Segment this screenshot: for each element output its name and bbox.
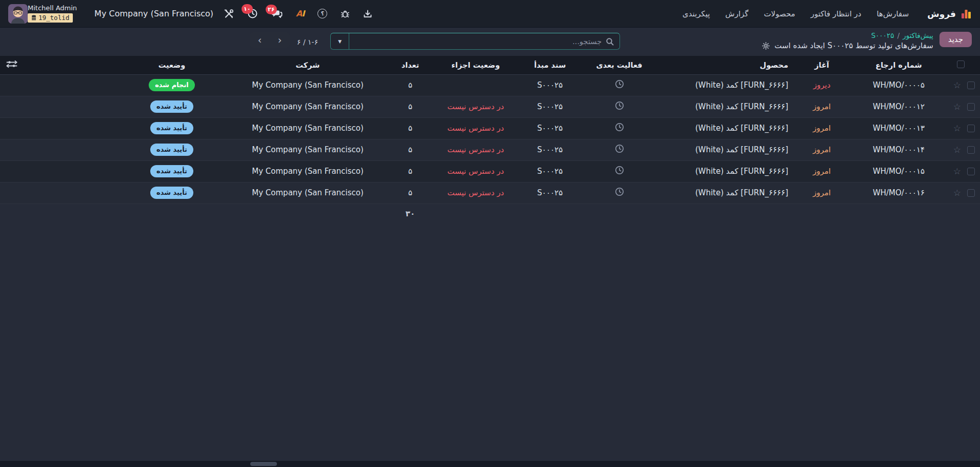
menu-to-invoice[interactable]: در انتظار فاکتور	[811, 9, 862, 18]
source-document-cell[interactable]: S۰۰۰۲۵	[510, 139, 590, 160]
tools-icon[interactable]	[224, 9, 234, 19]
activity-clock-icon[interactable]	[615, 101, 624, 110]
reference-cell[interactable]: WH/MO/۰۰۰۱۳	[851, 117, 946, 139]
menu-products[interactable]: محصولات	[764, 9, 795, 18]
start-date-cell[interactable]: امروز	[792, 139, 851, 160]
start-date-cell[interactable]: دیروز	[792, 74, 851, 96]
quantity-cell[interactable]: ۵	[379, 117, 441, 139]
components-status-cell[interactable]: در دسترس نیست	[441, 96, 510, 117]
header-next-activity[interactable]: فعالیت بعدی	[590, 56, 649, 74]
source-document-cell[interactable]: S۰۰۰۲۵	[510, 74, 590, 96]
reference-cell[interactable]: WH/MO/۰۰۰۰۵	[851, 74, 946, 96]
product-cell[interactable]: [FURN_۶۶۶۶] کمد (White)	[649, 117, 792, 139]
source-document-cell[interactable]: S۰۰۰۲۵	[510, 160, 590, 182]
pager-next-button[interactable]: ›	[270, 32, 290, 48]
table-row[interactable]: ☆ WH/MO/۰۰۰۱۵ امروز [FURN_۶۶۶۶] کمد (Whi…	[0, 160, 980, 182]
favorite-star-icon[interactable]: ☆	[953, 189, 961, 197]
help-icon[interactable]: ؟	[317, 9, 327, 18]
menu-orders[interactable]: سفارش‌ها	[877, 9, 909, 18]
quantity-cell[interactable]: ۵	[379, 96, 441, 117]
activity-clock-icon[interactable]	[615, 187, 624, 196]
quantity-cell[interactable]: ۵	[379, 182, 441, 204]
optional-columns-icon[interactable]	[6, 60, 17, 68]
activity-clock-icon[interactable]	[615, 79, 624, 89]
header-components-status[interactable]: وضعیت اجزاء	[441, 56, 510, 74]
components-status-cell[interactable]	[441, 74, 510, 96]
product-cell[interactable]: [FURN_۶۶۶۶] کمد (White)	[649, 139, 792, 160]
company-cell[interactable]: My Company (San Francisco)	[236, 74, 379, 96]
header-source-document[interactable]: سند مبدأ	[510, 56, 590, 74]
row-checkbox[interactable]	[967, 146, 975, 154]
company-cell[interactable]: My Company (San Francisco)	[236, 117, 379, 139]
table-row[interactable]: ☆ WH/MO/۰۰۰۰۵ دیروز [FURN_۶۶۶۶] کمد (Whi…	[0, 74, 980, 96]
gear-icon[interactable]	[762, 42, 770, 50]
source-document-cell[interactable]: S۰۰۰۲۵	[510, 96, 590, 117]
favorite-star-icon[interactable]: ☆	[953, 103, 961, 111]
quantity-cell[interactable]: ۵	[379, 74, 441, 96]
header-product[interactable]: محصول	[649, 56, 792, 74]
favorite-star-icon[interactable]: ☆	[953, 167, 961, 176]
user-menu[interactable]: Mitchell Admin 19_tolid	[28, 5, 77, 22]
breadcrumb-parent-link[interactable]: پیش‌فاکتور	[903, 31, 933, 39]
app-switcher[interactable]: فروش	[927, 8, 972, 19]
new-button[interactable]: جدید	[939, 32, 972, 47]
source-document-cell[interactable]: S۰۰۰۲۵	[510, 117, 590, 139]
row-checkbox[interactable]	[967, 82, 975, 89]
table-row[interactable]: ☆ WH/MO/۰۰۰۱۴ امروز [FURN_۶۶۶۶] کمد (Whi…	[0, 139, 980, 160]
select-all-checkbox[interactable]	[957, 60, 965, 68]
row-checkbox[interactable]	[967, 103, 975, 111]
header-status[interactable]: وضعیت	[108, 56, 236, 74]
favorite-star-icon[interactable]: ☆	[953, 124, 961, 133]
components-status-cell[interactable]: در دسترس نیست	[441, 139, 510, 160]
product-cell[interactable]: [FURN_۶۶۶۶] کمد (White)	[649, 74, 792, 96]
ai-icon[interactable]: AI	[296, 9, 304, 18]
menu-configuration[interactable]: پیکربندی	[683, 9, 710, 18]
scrollbar-thumb[interactable]	[250, 462, 277, 466]
reference-cell[interactable]: WH/MO/۰۰۰۱۴	[851, 139, 946, 160]
header-start[interactable]: آغاز	[792, 56, 851, 74]
header-company[interactable]: شرکت	[236, 56, 379, 74]
activity-clock-icon[interactable]	[615, 144, 624, 153]
search-dropdown-toggle[interactable]: ▼	[331, 33, 349, 49]
menu-reporting[interactable]: گزارش	[725, 9, 748, 18]
row-checkbox[interactable]	[967, 125, 975, 132]
favorite-star-icon[interactable]: ☆	[953, 146, 961, 154]
header-quantity[interactable]: تعداد	[379, 56, 441, 74]
horizontal-scrollbar[interactable]	[0, 461, 980, 467]
start-date-cell[interactable]: امروز	[792, 160, 851, 182]
company-cell[interactable]: My Company (San Francisco)	[236, 160, 379, 182]
table-row[interactable]: ☆ WH/MO/۰۰۰۱۲ امروز [FURN_۶۶۶۶] کمد (Whi…	[0, 96, 980, 117]
favorite-star-icon[interactable]: ☆	[953, 81, 961, 90]
components-status-cell[interactable]: در دسترس نیست	[441, 117, 510, 139]
source-document-cell[interactable]: S۰۰۰۲۵	[510, 182, 590, 204]
activity-clock-icon[interactable]	[615, 123, 624, 132]
bug-icon[interactable]	[341, 9, 350, 18]
pager-previous-button[interactable]: ‹	[250, 32, 270, 48]
product-cell[interactable]: [FURN_۶۶۶۶] کمد (White)	[649, 182, 792, 204]
row-checkbox[interactable]	[967, 168, 975, 175]
start-date-cell[interactable]: امروز	[792, 182, 851, 204]
reference-cell[interactable]: WH/MO/۰۰۰۱۲	[851, 96, 946, 117]
components-status-cell[interactable]: در دسترس نیست	[441, 182, 510, 204]
activity-clock-icon[interactable]	[615, 166, 624, 175]
messages-icon[interactable]: ۲۶	[271, 9, 283, 18]
company-cell[interactable]: My Company (San Francisco)	[236, 182, 379, 204]
start-date-cell[interactable]: امروز	[792, 117, 851, 139]
components-status-cell[interactable]: در دسترس نیست	[441, 160, 510, 182]
search-input[interactable]	[355, 37, 602, 46]
avatar[interactable]	[8, 4, 28, 24]
reference-cell[interactable]: WH/MO/۰۰۰۱۶	[851, 182, 946, 204]
company-cell[interactable]: My Company (San Francisco)	[236, 96, 379, 117]
breadcrumb-current[interactable]: S۰۰۰۲۵	[871, 31, 894, 39]
header-reference[interactable]: شماره ارجاع	[851, 56, 946, 74]
table-row[interactable]: ☆ WH/MO/۰۰۰۱۶ امروز [FURN_۶۶۶۶] کمد (Whi…	[0, 182, 980, 204]
download-icon[interactable]	[363, 9, 372, 18]
quantity-cell[interactable]: ۵	[379, 160, 441, 182]
company-cell[interactable]: My Company (San Francisco)	[236, 139, 379, 160]
activities-clock-icon[interactable]: ۱۰	[247, 8, 258, 19]
company-switcher[interactable]: My Company (San Francisco)	[94, 9, 213, 18]
product-cell[interactable]: [FURN_۶۶۶۶] کمد (White)	[649, 96, 792, 117]
reference-cell[interactable]: WH/MO/۰۰۰۱۵	[851, 160, 946, 182]
start-date-cell[interactable]: امروز	[792, 96, 851, 117]
quantity-cell[interactable]: ۵	[379, 139, 441, 160]
